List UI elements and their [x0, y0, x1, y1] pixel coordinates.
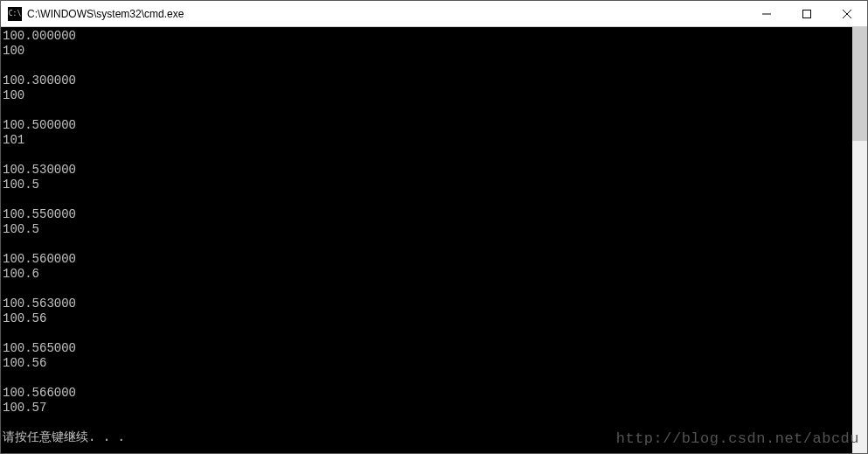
content-area: 100.000000 100 100.300000 100 100.500000…: [1, 27, 867, 453]
maximize-button[interactable]: [787, 1, 827, 26]
scrollbar-thumb[interactable]: [852, 27, 867, 141]
minimize-icon: [762, 10, 771, 18]
cmd-window: C:\ C:\WINDOWS\system32\cmd.exe 100.0000…: [0, 0, 868, 454]
svg-rect-1: [803, 10, 811, 17]
window-title: C:\WINDOWS\system32\cmd.exe: [27, 8, 746, 20]
cmd-icon: C:\: [8, 7, 22, 21]
terminal-output[interactable]: 100.000000 100 100.300000 100 100.500000…: [1, 27, 852, 453]
close-icon: [843, 10, 851, 18]
maximize-icon: [802, 10, 811, 18]
minimize-button[interactable]: [746, 1, 787, 26]
titlebar: C:\ C:\WINDOWS\system32\cmd.exe: [1, 1, 867, 27]
close-button[interactable]: [827, 1, 867, 26]
window-controls: [746, 1, 867, 26]
scrollbar[interactable]: [852, 27, 867, 453]
